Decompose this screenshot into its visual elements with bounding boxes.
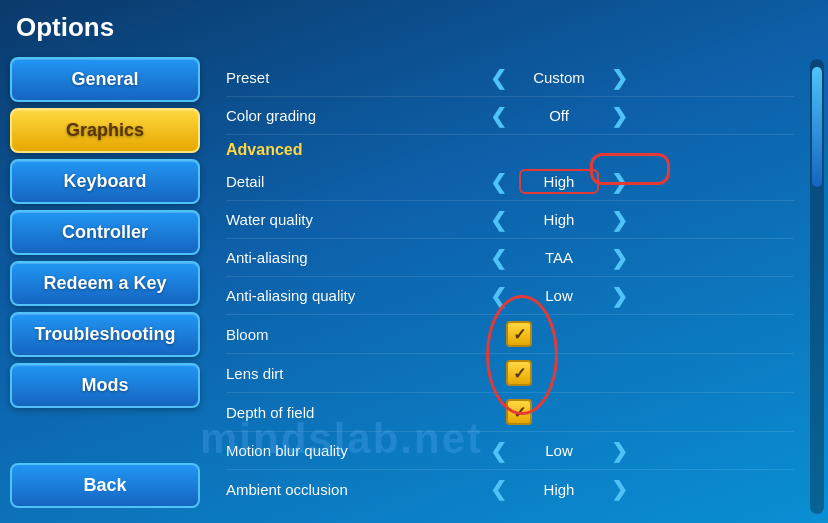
motion-blur-control: ❮ Low ❯ [486,441,794,461]
detail-control: ❮ High ❯ [486,169,794,194]
scrollbar-track[interactable] [810,59,824,514]
depth-of-field-row: Depth of field [226,393,794,432]
motion-blur-row: Motion blur quality ❮ Low ❯ [226,432,794,470]
anti-aliasing-quality-label: Anti-aliasing quality [226,287,486,304]
motion-blur-label: Motion blur quality [226,442,486,459]
color-grading-label: Color grading [226,107,486,124]
ambient-occlusion-left-arrow[interactable]: ❮ [486,479,511,499]
anti-aliasing-quality-value: Low [519,287,599,304]
preset-left-arrow[interactable]: ❮ [486,68,511,88]
water-quality-left-arrow[interactable]: ❮ [486,210,511,230]
depth-of-field-label: Depth of field [226,404,486,421]
ambient-occlusion-right-arrow[interactable]: ❯ [607,479,632,499]
depth-of-field-checkbox-cell [486,399,794,425]
detail-right-arrow[interactable]: ❯ [607,172,632,192]
ambient-occlusion-value: High [519,481,599,498]
ambient-occlusion-label: Ambient occlusion [226,481,486,498]
bloom-checkbox[interactable] [506,321,532,347]
detail-row: Detail ❮ High ❯ [226,163,794,201]
sidebar-item-general[interactable]: General [10,57,200,102]
sidebar-item-troubleshooting[interactable]: Troubleshooting [10,312,200,357]
depth-of-field-checkbox[interactable] [506,399,532,425]
preset-control: ❮ Custom ❯ [486,68,794,88]
water-quality-label: Water quality [226,211,486,228]
anti-aliasing-quality-row: Anti-aliasing quality ❮ Low ❯ [226,277,794,315]
anti-aliasing-right-arrow[interactable]: ❯ [607,248,632,268]
anti-aliasing-control: ❮ TAA ❯ [486,248,794,268]
preset-label: Preset [226,69,486,86]
content-area: Preset ❮ Custom ❯ Color grading ❮ Off ❯ … [210,51,806,522]
bloom-checkbox-cell [486,321,794,347]
motion-blur-right-arrow[interactable]: ❯ [607,441,632,461]
anti-aliasing-quality-control: ❮ Low ❯ [486,286,794,306]
lens-dirt-checkbox[interactable] [506,360,532,386]
color-grading-right-arrow[interactable]: ❯ [607,106,632,126]
color-grading-value: Off [519,107,599,124]
ambient-occlusion-control: ❮ High ❯ [486,479,794,499]
preset-value: Custom [519,69,599,86]
page-title: Options [0,0,828,51]
water-quality-right-arrow[interactable]: ❯ [607,210,632,230]
detail-label: Detail [226,173,486,190]
anti-aliasing-quality-left-arrow[interactable]: ❮ [486,286,511,306]
detail-value: High [519,169,599,194]
ambient-occlusion-row: Ambient occlusion ❮ High ❯ [226,470,794,508]
water-quality-control: ❮ High ❯ [486,210,794,230]
anti-aliasing-label: Anti-aliasing [226,249,486,266]
sidebar-item-keyboard[interactable]: Keyboard [10,159,200,204]
anti-aliasing-quality-right-arrow[interactable]: ❯ [607,286,632,306]
bloom-row: Bloom [226,315,794,354]
color-grading-control: ❮ Off ❯ [486,106,794,126]
anti-aliasing-value: TAA [519,249,599,266]
anti-aliasing-row: Anti-aliasing ❮ TAA ❯ [226,239,794,277]
detail-left-arrow[interactable]: ❮ [486,172,511,192]
lens-dirt-checkbox-cell [486,360,794,386]
color-grading-left-arrow[interactable]: ❮ [486,106,511,126]
water-quality-row: Water quality ❮ High ❯ [226,201,794,239]
color-grading-row: Color grading ❮ Off ❯ [226,97,794,135]
bloom-label: Bloom [226,326,486,343]
preset-row: Preset ❮ Custom ❯ [226,59,794,97]
advanced-section-header: Advanced [226,135,794,163]
preset-right-arrow[interactable]: ❯ [607,68,632,88]
back-button[interactable]: Back [10,463,200,508]
motion-blur-left-arrow[interactable]: ❮ [486,441,511,461]
sidebar-item-mods[interactable]: Mods [10,363,200,408]
sidebar-item-redeem[interactable]: Redeem a Key [10,261,200,306]
lens-dirt-row: Lens dirt [226,354,794,393]
anti-aliasing-left-arrow[interactable]: ❮ [486,248,511,268]
scrollbar-thumb[interactable] [812,67,822,187]
sidebar-item-controller[interactable]: Controller [10,210,200,255]
water-quality-value: High [519,211,599,228]
lens-dirt-label: Lens dirt [226,365,486,382]
sidebar-item-graphics[interactable]: Graphics [10,108,200,153]
motion-blur-value: Low [519,442,599,459]
sidebar: General Graphics Keyboard Controller Red… [0,51,210,522]
